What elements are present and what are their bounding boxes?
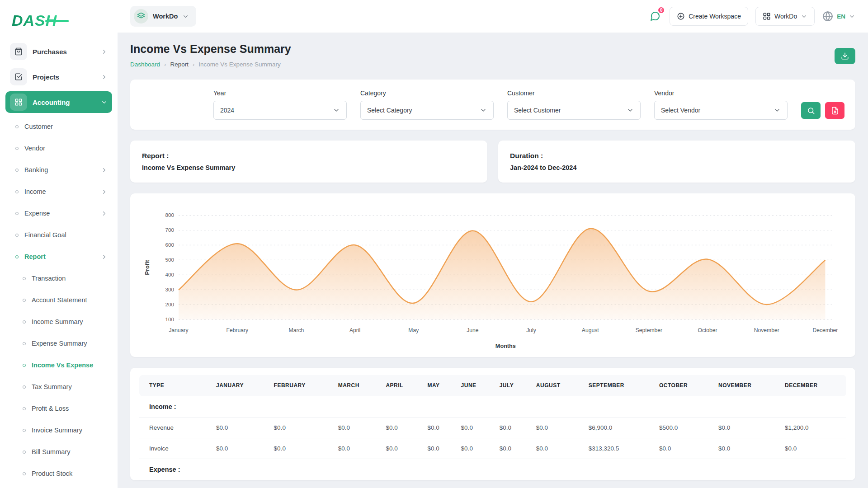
cell-value: $0.0 (423, 418, 457, 438)
breadcrumb-report[interactable]: Report (170, 61, 189, 68)
sidebar-item-bill-summary[interactable]: Bill Summary (17, 442, 112, 462)
chevron-down-icon (333, 107, 340, 114)
sidebar-item-income-summary[interactable]: Income Summary (17, 312, 112, 332)
dot-icon (15, 147, 19, 150)
section-title: Expense : (139, 459, 846, 480)
sidebar-item-cash-flow[interactable]: Cash Flow (17, 485, 112, 488)
vendor-select[interactable]: Select Vendor (654, 101, 788, 120)
reset-filter-button[interactable] (825, 102, 844, 119)
table-row: Revenue$0.0$0.0$0.0$0.0$0.0$0.0$0.0$0.0$… (139, 418, 846, 438)
breadcrumb-current: Income Vs Expense Summary (198, 61, 281, 68)
cell-value: $0.0 (334, 438, 382, 459)
customer-select[interactable]: Select Customer (507, 101, 641, 120)
sidebar-item-purchases[interactable]: Purchases (5, 41, 112, 62)
sidebar-item-projects[interactable]: Projects (5, 66, 112, 88)
workspace-avatar-icon (134, 9, 148, 23)
sidebar-item-transaction[interactable]: Transaction (17, 268, 112, 288)
duration-value: Jan-2024 to Dec-2024 (510, 164, 844, 171)
year-select[interactable]: 2024 (213, 101, 347, 120)
profit-area-chart: 100200300400500600700800JanuaryFebruaryM… (140, 202, 845, 352)
breadcrumb-separator-icon: › (193, 61, 194, 68)
sidebar-item-label: Banking (24, 166, 48, 174)
workspace-dropdown-label: WorkDo (774, 13, 797, 20)
breadcrumb-dashboard[interactable]: Dashboard (130, 61, 160, 68)
table-card: TYPEJANUARYFEBRUARYMARCHAPRILMAYJUNEJULY… (130, 368, 855, 480)
sidebar-item-invoice-summary[interactable]: Invoice Summary (17, 420, 112, 440)
dot-icon (23, 299, 26, 302)
page-title: Income Vs Expense Summary (130, 42, 291, 56)
message-count-badge: 0 (657, 6, 665, 14)
chevron-right-icon (101, 74, 108, 80)
chevron-down-icon (627, 107, 634, 114)
cell-value: $0.0 (457, 418, 495, 438)
search-button[interactable] (801, 102, 821, 119)
x-tick-label: December (812, 327, 838, 333)
sidebar-item-account-statement[interactable]: Account Statement (17, 290, 112, 310)
sidebar-item-profit-loss[interactable]: Profit & Loss (17, 399, 112, 418)
category-label: Category (360, 89, 494, 97)
cell-value: $0.0 (423, 438, 457, 459)
dot-icon (23, 407, 26, 410)
y-tick-label: 800 (165, 212, 175, 218)
sidebar-item-product-stock[interactable]: Product Stock (17, 464, 112, 483)
vendor-field: Vendor Select Vendor (654, 89, 788, 120)
sidebar-item-report[interactable]: Report (10, 247, 112, 267)
sidebar-item-expense[interactable]: Expense (10, 203, 112, 223)
sidebar-item-tax-summary[interactable]: Tax Summary (17, 377, 112, 397)
chevron-right-icon (101, 48, 108, 55)
cell-value: $0.0 (532, 438, 584, 459)
column-header: DECEMBER (780, 375, 846, 396)
chart-card: 100200300400500600700800JanuaryFebruaryM… (130, 193, 855, 357)
grid-icon (763, 12, 771, 20)
download-button[interactable] (835, 48, 855, 64)
year-field: Year 2024 (213, 89, 347, 120)
filter-card: Year 2024 Category Select Category (130, 80, 855, 130)
sidebar-item-label: Projects (33, 73, 101, 81)
column-header: JUNE (457, 375, 495, 396)
dot-icon (15, 190, 19, 193)
category-select-value: Select Category (367, 107, 412, 114)
dot-icon (15, 125, 19, 128)
sidebar-item-banking[interactable]: Banking (10, 160, 112, 180)
category-select[interactable]: Select Category (360, 101, 494, 120)
dot-icon (23, 364, 26, 367)
income-vs-expense-table: TYPEJANUARYFEBRUARYMARCHAPRILMAYJUNEJULY… (139, 375, 846, 480)
file-x-icon (831, 107, 839, 115)
download-icon (841, 52, 849, 60)
language-selector[interactable]: EN (822, 10, 855, 22)
sidebar-item-vendor[interactable]: Vendor (10, 138, 112, 158)
dot-icon (23, 429, 26, 432)
sidebar-item-label: Customer (24, 123, 53, 130)
globe-icon (822, 10, 834, 22)
x-tick-label: June (467, 327, 479, 333)
workspace-switcher[interactable]: WorkDo (130, 6, 196, 27)
app-logo[interactable]: DASH (0, 0, 118, 41)
section-title: Income : (139, 396, 846, 418)
breadcrumb-separator-icon: › (164, 61, 166, 68)
cell-value: $0.0 (714, 418, 780, 438)
accounting-submenu: CustomerVendorBankingIncomeExpenseFinanc… (5, 117, 112, 488)
messages-button[interactable]: 0 (648, 9, 662, 23)
y-tick-label: 300 (165, 286, 175, 292)
sidebar-nav: PurchasesProjectsAccountingCustomerVendo… (0, 41, 118, 488)
vendor-label: Vendor (654, 89, 788, 97)
year-select-value: 2024 (220, 107, 234, 114)
workspace-dropdown[interactable]: WorkDo (755, 7, 815, 26)
language-code: EN (837, 13, 845, 20)
app-root: DASH PurchasesProjectsAccountingCustomer… (0, 0, 868, 488)
report-summary-card: Report : Income Vs Expense Summary (130, 141, 487, 183)
sidebar-item-income[interactable]: Income (10, 182, 112, 202)
create-workspace-button[interactable]: Create Workspace (670, 7, 748, 26)
x-tick-label: September (636, 327, 662, 333)
search-icon (807, 107, 815, 115)
column-header: JANUARY (212, 375, 269, 396)
sidebar-item-customer[interactable]: Customer (10, 117, 112, 136)
dot-icon (23, 385, 26, 389)
sidebar-item-expense-summary[interactable]: Expense Summary (17, 333, 112, 353)
sidebar-item-income-vs-expense[interactable]: Income Vs Expense (17, 355, 112, 375)
y-axis-label: Profit (144, 260, 151, 275)
sidebar-item-financial-goal[interactable]: Financial Goal (10, 225, 112, 245)
sidebar-item-accounting[interactable]: Accounting (5, 91, 112, 113)
chevron-down-icon (182, 13, 189, 20)
row-label: Revenue (139, 418, 212, 438)
